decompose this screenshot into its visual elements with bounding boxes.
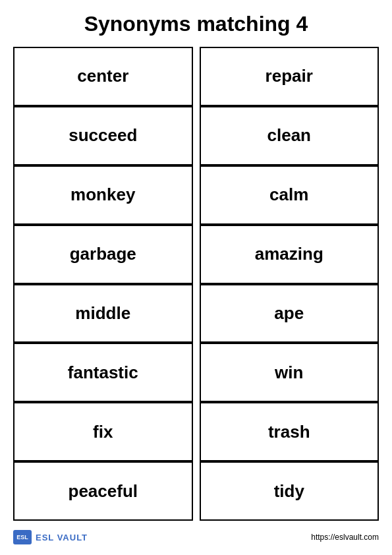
left-word-card: middle <box>13 284 193 343</box>
left-word-text: fix <box>93 422 113 442</box>
page-title: Synonyms matching 4 <box>84 12 308 36</box>
left-word-text: center <box>77 66 128 86</box>
logo-area: ESL ESL VAULT <box>13 530 88 544</box>
right-word-text: calm <box>269 185 308 205</box>
left-word-text: monkey <box>70 185 135 205</box>
right-word-card: trash <box>200 402 379 461</box>
right-word-card: calm <box>200 165 379 225</box>
left-word-card: center <box>13 47 193 106</box>
right-word-card: clean <box>200 106 379 165</box>
left-word-card: fix <box>13 402 193 461</box>
left-word-card: succeed <box>13 106 193 165</box>
right-word-card: ape <box>200 284 379 343</box>
left-word-text: garbage <box>70 244 136 264</box>
left-column: centersucceedmonkeygarbagemiddlefantasti… <box>13 47 193 521</box>
right-word-text: trash <box>268 422 310 442</box>
left-word-text: succeed <box>69 125 137 146</box>
right-word-text: repair <box>266 66 313 86</box>
left-word-card: monkey <box>13 165 193 225</box>
left-word-card: fantastic <box>13 343 193 402</box>
right-word-card: amazing <box>200 225 379 284</box>
right-word-card: tidy <box>200 461 379 521</box>
footer-url: https://eslvault.com <box>311 533 379 542</box>
right-word-card: repair <box>200 47 379 106</box>
left-word-card: peaceful <box>13 461 193 521</box>
logo-text: ESL VAULT <box>36 533 88 542</box>
right-word-text: win <box>275 363 303 383</box>
left-word-text: middle <box>75 303 130 324</box>
right-word-text: clean <box>267 125 312 146</box>
right-word-text: tidy <box>274 481 304 502</box>
footer: ESL ESL VAULT https://eslvault.com <box>13 527 379 547</box>
logo-icon: ESL <box>13 530 32 544</box>
left-word-card: garbage <box>13 225 193 284</box>
left-word-text: peaceful <box>69 481 138 502</box>
right-word-text: ape <box>274 303 304 324</box>
right-word-card: win <box>200 343 379 402</box>
left-word-text: fantastic <box>68 363 138 383</box>
word-grid: centersucceedmonkeygarbagemiddlefantasti… <box>13 47 379 521</box>
right-column: repaircleancalmamazingapewintrashtidy <box>200 47 379 521</box>
right-word-text: amazing <box>255 244 323 264</box>
